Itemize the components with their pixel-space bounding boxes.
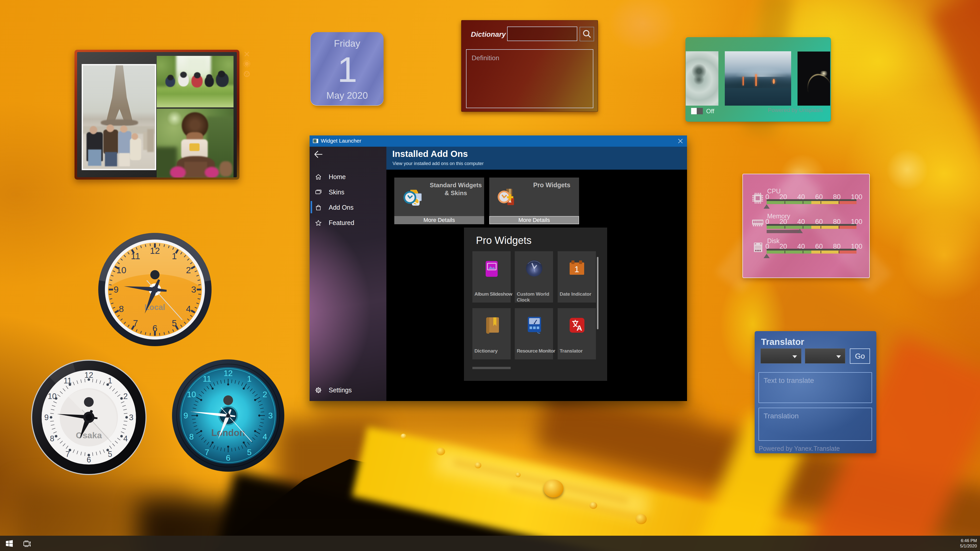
svg-text:7: 7 xyxy=(133,318,138,328)
svg-text:Osaka: Osaka xyxy=(76,430,102,440)
svg-text:1: 1 xyxy=(172,251,177,261)
svg-text:1: 1 xyxy=(574,264,579,274)
svg-text:4: 4 xyxy=(123,434,127,443)
svg-text:12: 12 xyxy=(224,368,233,378)
svg-text:11: 11 xyxy=(203,374,211,383)
svg-text:2: 2 xyxy=(262,390,267,399)
svg-text:6: 6 xyxy=(86,455,91,464)
svg-text:11: 11 xyxy=(131,251,140,261)
svg-text:8: 8 xyxy=(189,432,194,441)
svg-text:5: 5 xyxy=(172,318,177,328)
svg-text:12: 12 xyxy=(150,246,160,256)
svg-text:7: 7 xyxy=(205,448,209,457)
svg-text:2: 2 xyxy=(123,392,127,401)
svg-text:4: 4 xyxy=(262,432,267,441)
svg-text:4: 4 xyxy=(186,304,191,314)
svg-text:1: 1 xyxy=(108,376,112,385)
svg-text:8: 8 xyxy=(119,304,124,314)
svg-text:5: 5 xyxy=(108,450,112,459)
svg-text:3: 3 xyxy=(268,411,273,420)
svg-text:10: 10 xyxy=(187,390,196,399)
svg-text:5: 5 xyxy=(247,448,251,457)
svg-text:A: A xyxy=(576,324,582,332)
svg-text:London: London xyxy=(211,427,245,438)
svg-text:1: 1 xyxy=(247,374,251,383)
svg-text:9: 9 xyxy=(183,411,188,420)
svg-text:6: 6 xyxy=(152,323,157,333)
svg-text:7: 7 xyxy=(65,450,70,459)
svg-text:10: 10 xyxy=(48,392,56,401)
svg-text:9: 9 xyxy=(44,413,48,422)
svg-text:2: 2 xyxy=(186,265,191,275)
svg-text:9: 9 xyxy=(114,284,118,294)
svg-text:3: 3 xyxy=(191,284,196,294)
svg-text:12: 12 xyxy=(84,371,93,380)
svg-text:6: 6 xyxy=(226,453,231,462)
svg-text:8: 8 xyxy=(50,434,54,443)
svg-text:11: 11 xyxy=(64,376,72,385)
svg-text:10: 10 xyxy=(116,265,126,275)
svg-text:3: 3 xyxy=(129,413,133,422)
